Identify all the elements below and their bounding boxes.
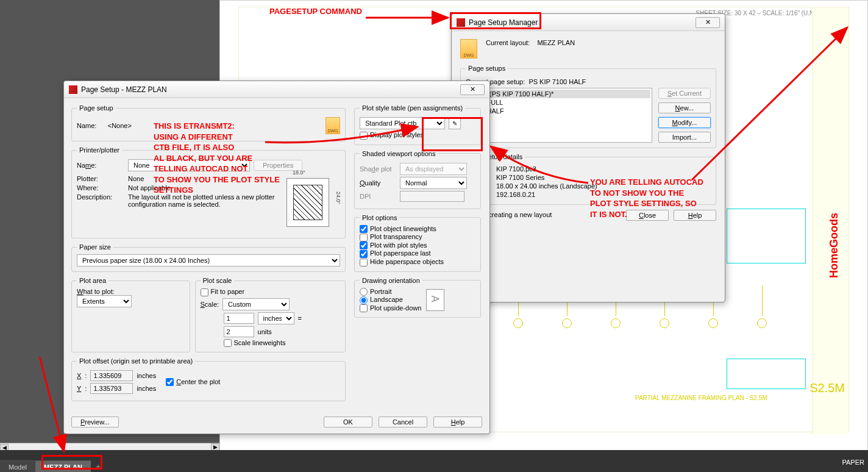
current-ps-value: PS KIP 7100 HALF bbox=[528, 78, 586, 85]
paper-status[interactable]: PAPER bbox=[842, 459, 864, 466]
grid-bubble bbox=[611, 318, 621, 328]
plot-area-group: Plot area What to plot: Extents bbox=[71, 277, 190, 352]
shaded-viewport-group: Shaded viewport options Shade plot As di… bbox=[354, 150, 481, 209]
add-layout-icon[interactable]: + bbox=[91, 459, 105, 472]
plot-offset-group: Plot offset (origin set to printable are… bbox=[71, 357, 346, 401]
grid-bubble bbox=[562, 318, 572, 328]
scale-units-select[interactable]: inches bbox=[258, 312, 294, 324]
list-item[interactable]: 7100 HALF bbox=[468, 107, 650, 115]
opt-lineweights[interactable]: Plot object lineweights bbox=[360, 225, 436, 232]
current-layout-value: MEZZ PLAN bbox=[537, 39, 575, 46]
name-label: Name: bbox=[77, 122, 96, 129]
opt-hide-paperspace[interactable]: Hide paperspace objects bbox=[360, 258, 444, 265]
plot-scale-group: Plot scale Fit to paper Scale: Custom in… bbox=[195, 277, 346, 352]
ok-button[interactable]: OK bbox=[324, 417, 372, 427]
dpi-input bbox=[400, 191, 464, 202]
help-button[interactable]: Help bbox=[433, 417, 482, 427]
psm-titlebar[interactable]: Page Setup Manager ✕ bbox=[452, 14, 725, 31]
list-item[interactable]: 7100 FULL bbox=[468, 98, 650, 107]
page-setup-dialog: Page Setup - MEZZ PLAN ✕ Page setup Name… bbox=[63, 80, 490, 434]
detail-name: KIP 7100.pc3 bbox=[496, 165, 536, 173]
what-to-plot-select[interactable]: Extents bbox=[77, 295, 132, 307]
upside-down-checkbox[interactable]: Plot upside-down bbox=[360, 304, 421, 312]
grid-line bbox=[762, 285, 763, 316]
list-item[interactable]: PLAN (PS KIP 7100 HALF)* bbox=[468, 90, 650, 98]
where-value: Not applicable bbox=[128, 184, 171, 191]
svg-line-7 bbox=[40, 357, 64, 451]
autocad-icon bbox=[69, 85, 77, 94]
title-block: HomeGoods bbox=[812, 7, 848, 434]
plot-style-table-group: Plot style table (pen assignments) Stand… bbox=[354, 104, 481, 145]
ps-titlebar[interactable]: Page Setup - MEZZ PLAN ✕ bbox=[64, 81, 489, 98]
grid-bubble bbox=[660, 318, 669, 328]
close-button[interactable]: Close bbox=[626, 210, 669, 221]
dwg-icon: DWG bbox=[460, 39, 477, 59]
name-value: <None> bbox=[108, 122, 132, 129]
dwg-icon: DWG bbox=[326, 117, 340, 134]
new-button[interactable]: New... bbox=[658, 102, 711, 113]
shade-plot-select: As displayed bbox=[400, 163, 467, 175]
detail-size: 18.00 x 24.00 inches (Landscape) bbox=[496, 182, 597, 190]
close-button[interactable]: ✕ bbox=[460, 84, 485, 95]
page-setup-manager-dialog: Page Setup Manager ✕ DWG Current layout:… bbox=[451, 13, 725, 302]
current-layout-label: Current layout: bbox=[486, 39, 530, 46]
homegoods-logo: HomeGoods bbox=[828, 213, 841, 278]
ctb-select[interactable]: Standard Plot.ctb bbox=[360, 117, 445, 129]
paper-preview bbox=[286, 178, 329, 227]
grid-bubble bbox=[513, 318, 523, 328]
scale-select[interactable]: Custom bbox=[222, 298, 290, 310]
orientation-group: Drawing orientation Portrait Landscape P… bbox=[354, 277, 481, 318]
layout-tab-bar: Model MEZZ PLAN + bbox=[0, 450, 868, 472]
opt-transparency[interactable]: Plot transparency bbox=[360, 233, 422, 240]
page-setups-legend: Page setups bbox=[466, 65, 508, 72]
display-plot-styles-checkbox[interactable]: Display plot styles bbox=[360, 131, 424, 138]
paper-size-group: Paper size Previous paper size (18.00 x … bbox=[71, 243, 346, 272]
page-setup-list[interactable]: PLAN (PS KIP 7100 HALF)* 7100 FULL 7100 … bbox=[466, 88, 652, 143]
drawing-element bbox=[727, 359, 806, 389]
scale-lineweights-checkbox[interactable]: Scale lineweights bbox=[224, 339, 286, 346]
page-setup-details-group: page setup details ame:KIP 7100.pc3 KIP … bbox=[460, 153, 716, 205]
ps-title: Page Setup - MEZZ PLAN bbox=[81, 85, 167, 94]
desc-value: The layout will not be plotted unless a … bbox=[128, 193, 276, 208]
orientation-icon bbox=[426, 289, 444, 311]
plot-options-group: Plot options Plot object lineweights Plo… bbox=[354, 214, 481, 272]
what-to-plot-label: What to plot: bbox=[77, 288, 185, 295]
portrait-radio[interactable]: Portrait bbox=[360, 288, 391, 295]
opt-plot-styles[interactable]: Plot with plot styles bbox=[360, 241, 427, 249]
offset-x bbox=[90, 370, 133, 381]
paper-size-select[interactable]: Previous paper size (18.00 x 24.00 Inche… bbox=[77, 254, 340, 266]
grid-bubble bbox=[708, 318, 718, 328]
landscape-radio[interactable]: Landscape bbox=[360, 296, 403, 303]
scale-label: Scale: bbox=[201, 301, 219, 308]
modify-button[interactable]: Modify... bbox=[658, 117, 711, 128]
tab-mezz-plan[interactable]: MEZZ PLAN bbox=[35, 460, 91, 473]
help-button[interactable]: Help bbox=[674, 210, 716, 221]
printer-plotter-group: Printer/plotter Name: None Properties Pl… bbox=[71, 146, 346, 238]
psm-title: Page Setup Manager bbox=[469, 18, 538, 27]
opt-paperspace-last[interactable]: Plot paperspace last bbox=[360, 249, 431, 257]
detail-plotter: KIP 7100 Series bbox=[496, 174, 544, 181]
autocad-icon bbox=[457, 18, 465, 27]
cancel-button[interactable]: Cancel bbox=[379, 417, 427, 427]
preview-button[interactable]: Preview... bbox=[71, 417, 119, 427]
close-button[interactable]: ✕ bbox=[695, 17, 720, 28]
page-setup-name-group: Page setup Name: <None> DWG bbox=[71, 104, 346, 141]
plan-title: PARTIAL MEZZANINE FRAMING PLAN - S2.5M bbox=[635, 395, 767, 401]
center-plot-checkbox[interactable]: Center the plot bbox=[166, 378, 220, 387]
set-current-button[interactable]: Set Current bbox=[658, 88, 711, 99]
tab-model[interactable]: Model bbox=[0, 460, 35, 473]
page-setups-group: Page setups CCurrent page setup:urrent p… bbox=[460, 65, 716, 148]
drawing-element bbox=[727, 209, 806, 263]
scale-value-1[interactable] bbox=[224, 313, 254, 324]
import-button[interactable]: Import... bbox=[658, 132, 711, 143]
scale-value-2[interactable] bbox=[224, 326, 254, 337]
printer-name-label: Name: bbox=[77, 162, 124, 169]
sheet-number: S2.5M bbox=[809, 381, 845, 395]
detail-where: 192.168.0.21 bbox=[496, 191, 535, 198]
fit-to-paper-checkbox[interactable]: Fit to paper bbox=[201, 288, 245, 295]
horizontal-scrollbar[interactable]: ◀ ▶ bbox=[0, 443, 219, 450]
edit-plot-style-icon[interactable]: ✎ bbox=[449, 117, 461, 129]
printer-name-select[interactable]: None bbox=[128, 159, 250, 171]
quality-select[interactable]: Normal bbox=[400, 177, 467, 189]
grid-bubble bbox=[757, 318, 767, 328]
